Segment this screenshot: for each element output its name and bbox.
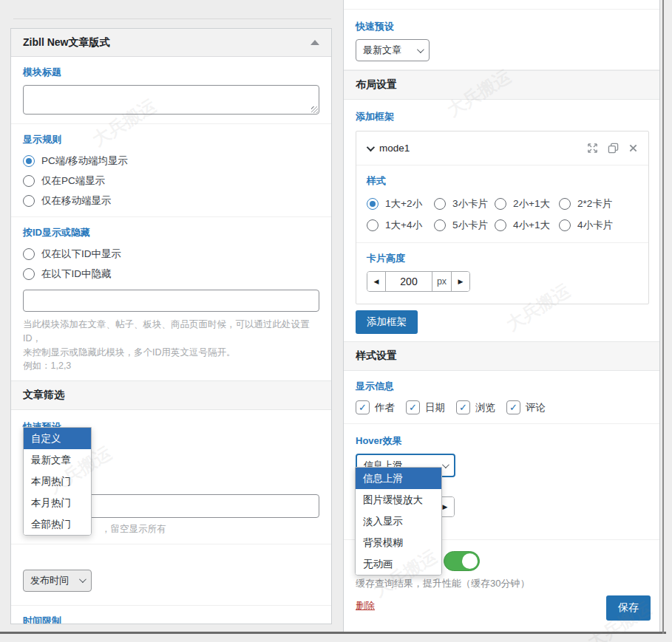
frame-box-mode1: mode1 样式 (356, 131, 649, 304)
menu-item-info-slide-up[interactable]: 信息上滑 (356, 468, 441, 489)
quick-preset-select[interactable]: 最新文章 (356, 39, 430, 61)
menu-item-image-zoom[interactable]: 图片缓慢放大 (356, 489, 441, 510)
select-value: 发布时间 (30, 574, 69, 587)
checkbox-label: 作者 (375, 401, 395, 414)
checkbox-date[interactable]: ✓ 日期 (406, 400, 445, 414)
collapse-icon[interactable] (310, 40, 319, 45)
checkbox-label: 日期 (425, 401, 445, 414)
checkbox-comments[interactable]: ✓ 评论 (506, 400, 546, 414)
radio-icon[interactable] (23, 175, 35, 187)
display-info-label: 显示信息 (356, 380, 648, 393)
menu-item-bg-blur[interactable]: 背景模糊 (356, 532, 441, 553)
close-icon[interactable] (628, 143, 638, 153)
display-info-field: 显示信息 ✓ 作者 ✓ 日期 ✓ 浏览 ✓ 评论 (344, 371, 659, 424)
hover-effect-label: Hover效果 (356, 434, 648, 448)
radio-icon[interactable] (23, 248, 35, 260)
id-visibility-label: 按ID显示或隐藏 (23, 226, 319, 239)
radio-hide-in-ids[interactable]: 在以下ID中隐藏 (23, 264, 319, 284)
radio-style-3cards[interactable]: 3小卡片 (434, 194, 495, 214)
id-list-input[interactable] (23, 290, 319, 312)
radio-icon[interactable] (495, 219, 506, 231)
radio-icon[interactable] (434, 219, 446, 231)
save-button[interactable]: 保存 (606, 595, 651, 621)
radio-icon[interactable] (23, 268, 35, 280)
section-layout-settings: 布局设置 (344, 70, 659, 100)
radio-label: PC端/移动端均显示 (41, 154, 128, 168)
resize-grip-icon[interactable] (311, 106, 318, 113)
radio-label: 3小卡片 (452, 197, 488, 211)
radio-icon[interactable] (23, 195, 35, 207)
add-frame-link-row: 添加框架 (344, 100, 659, 131)
radio-label: 仅在以下ID中显示 (41, 247, 121, 261)
menu-item-custom[interactable]: 自定义 (24, 428, 91, 449)
card-height-stepper: ◀ px ▶ (367, 271, 470, 292)
checkbox-checked-icon[interactable]: ✓ (456, 400, 470, 414)
toggle-knob (462, 553, 478, 569)
radio-display-pc[interactable]: 仅在PC端显示 (23, 171, 319, 191)
delete-link[interactable]: 删除 (356, 599, 375, 612)
checkbox-label: 评论 (526, 401, 546, 414)
right-divider (662, 0, 664, 634)
menu-item-all-hot[interactable]: 全部热门 (24, 513, 91, 535)
stepper-decrement-button[interactable]: ◀ (367, 272, 385, 291)
chevron-down-icon (442, 461, 449, 468)
card-height-field: 卡片高度 ◀ px ▶ (356, 243, 648, 304)
radio-show-in-ids[interactable]: 仅在以下ID中显示 (23, 244, 319, 264)
radio-style-5cards[interactable]: 5小卡片 (434, 215, 495, 235)
module-title-input[interactable] (23, 85, 319, 115)
radio-style-2small1big[interactable]: 2小+1大 (495, 194, 559, 214)
menu-item-latest[interactable]: 最新文章 (24, 449, 91, 471)
radio-style-1big2small[interactable]: 1大+2小 (367, 194, 434, 214)
checkbox-checked-icon[interactable]: ✓ (506, 400, 520, 414)
card-height-input[interactable] (386, 272, 432, 291)
radio-display-both[interactable]: PC端/移动端均显示 (23, 151, 319, 171)
panel-header[interactable]: Zibll New文章版式 (11, 29, 331, 57)
stepper-increment-button[interactable]: ▶ (452, 272, 469, 291)
id-help-text: 当此模块添加在文章、帖子、板块、商品页面时候，可以通过此处设置ID， 来控制显示… (23, 318, 319, 373)
checkbox-checked-icon[interactable]: ✓ (406, 400, 420, 414)
quick-preset-label: 快速预设 (356, 20, 648, 33)
sort-select[interactable]: 发布时间 (23, 570, 92, 592)
add-frame-link[interactable]: 添加框架 (356, 111, 394, 122)
cache-toggle[interactable] (444, 551, 480, 571)
radio-icon[interactable] (23, 155, 35, 167)
chevron-down-icon[interactable] (367, 143, 375, 151)
radio-display-mobile[interactable]: 仅在移动端显示 (23, 191, 319, 211)
move-expand-icon[interactable] (587, 143, 598, 154)
radio-style-4cards[interactable]: 4小卡片 (559, 215, 613, 235)
menu-item-week-hot[interactable]: 本周热门 (24, 471, 91, 492)
module-title-field: 模块标题 (11, 57, 331, 124)
frame-header[interactable]: mode1 (356, 132, 648, 165)
radio-label: 在以下ID中隐藏 (41, 267, 112, 281)
menu-item-fade-in[interactable]: 淡入显示 (356, 510, 441, 532)
radio-label: 1大+4小 (385, 219, 422, 232)
radio-icon[interactable] (367, 198, 379, 210)
frame-name: mode1 (379, 143, 410, 154)
panel-title: Zibll New文章版式 (23, 36, 109, 49)
radio-label: 仅在PC端显示 (41, 174, 105, 188)
radio-icon[interactable] (367, 219, 379, 231)
module-title-label: 模块标题 (23, 66, 319, 79)
quick-preset-menu: 自定义 最新文章 本周热门 本月热门 全部热门 (23, 427, 92, 536)
radio-style-1big4small[interactable]: 1大+4小 (367, 215, 434, 235)
stepper-unit: px (432, 272, 452, 291)
checkbox-author[interactable]: ✓ 作者 (356, 400, 395, 414)
radio-icon[interactable] (495, 198, 506, 210)
quick-preset-field-right: 快速预设 最新文章 (344, 10, 659, 70)
time-limit-field: 时间限制 ◀ 天 ▶ 仅显示最近X天的文章，0为不限制 (11, 606, 331, 624)
checkbox-views[interactable]: ✓ 浏览 (456, 400, 495, 414)
radio-label: 4小+1大 (513, 219, 550, 232)
display-rules-label: 显示规则 (23, 133, 319, 146)
radio-style-2x2cards[interactable]: 2*2卡片 (559, 194, 612, 214)
radio-icon[interactable] (559, 219, 571, 231)
menu-item-no-animation[interactable]: 无动画 (356, 553, 441, 575)
checkbox-checked-icon[interactable]: ✓ (356, 400, 370, 414)
copy-icon[interactable] (608, 143, 619, 154)
radio-icon[interactable] (559, 198, 571, 210)
chevron-down-icon (417, 46, 424, 53)
menu-item-month-hot[interactable]: 本月热门 (24, 492, 91, 513)
radio-label: 4小卡片 (577, 219, 613, 232)
radio-icon[interactable] (434, 198, 446, 210)
add-frame-button[interactable]: 添加框架 (356, 310, 418, 334)
radio-style-4small1big[interactable]: 4小+1大 (495, 215, 559, 235)
